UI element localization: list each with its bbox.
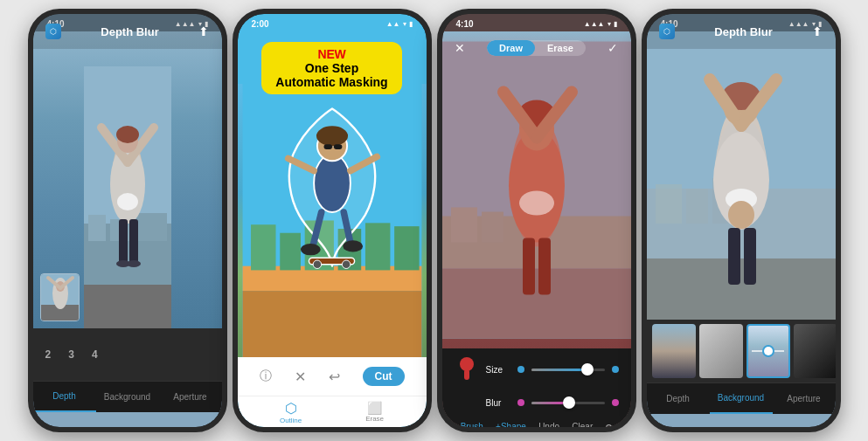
main-photo-4 <box>647 31 836 320</box>
screens-container: 4:10 ▲▲▲ ▾ ▮ ⬡ Depth Blur ⬆ <box>0 0 868 441</box>
bottom-tabs-1: Depth Background Aperture <box>33 381 222 412</box>
blur-end-dot <box>612 399 619 406</box>
cut-label: Cut <box>375 370 392 382</box>
app-icon-cube-4: ⬡ <box>663 27 670 36</box>
title-text-1: Depth Blur <box>101 25 158 38</box>
outline-icon: ⬡ <box>285 400 297 417</box>
tab-bg-label-4: Background <box>718 393 764 403</box>
new-badge-container: NEW One Step Automatic Masking <box>238 35 427 101</box>
main-photo-1 <box>33 31 222 328</box>
svg-point-34 <box>342 260 350 268</box>
skater-background <box>238 84 427 357</box>
status-bar-2: 2:00 ▲▲ ▾ ▮ <box>238 14 427 31</box>
undo-icon-2[interactable]: ↩ <box>329 369 340 385</box>
blur-slider-thumb[interactable] <box>563 396 575 409</box>
app-icon-4: ⬡ <box>659 24 675 39</box>
clear-action[interactable]: Clear <box>572 422 593 427</box>
status-bar-3: 4:10 ▲▲▲ ▾ ▮ <box>442 14 631 31</box>
close-btn-3[interactable]: ✕ <box>455 41 465 55</box>
draw-toggle[interactable]: Draw <box>487 40 535 56</box>
phone-screen-3: 4:10 ▲▲▲ ▾ ▮ ✕ Draw Erase ✓ <box>442 14 631 427</box>
outline-label: Outline <box>280 417 302 424</box>
wifi-icon-3: ▾ <box>608 20 611 28</box>
svg-rect-67 <box>656 184 682 224</box>
cut-button[interactable]: Cut <box>363 367 405 386</box>
phone-frame-2: 2:00 ▲▲ ▾ ▮ NEW One Step Automatic Maski… <box>233 9 432 432</box>
app-icon-cube-1: ⬡ <box>50 27 57 36</box>
subtitle-line1: One Step <box>275 61 387 75</box>
svg-point-45 <box>300 244 320 255</box>
screen3-controls: Size Blur <box>442 348 631 427</box>
thumbnail-mini-1[interactable] <box>40 273 80 321</box>
blur-label: Blur <box>486 398 510 408</box>
bottom-tabs-4: Depth Background Aperture <box>647 382 836 414</box>
brush-action[interactable]: Brush <box>461 422 483 427</box>
size-end-dot <box>612 366 619 373</box>
share-icon-4[interactable]: ⬆ <box>812 24 823 38</box>
phone-frame-1: 4:10 ▲▲▲ ▾ ▮ ⬡ Depth Blur ⬆ <box>28 9 227 432</box>
status-time-3: 4:10 <box>456 19 474 29</box>
outline-tool[interactable]: ⬡ Outline <box>280 400 302 424</box>
erase-tool[interactable]: ⬜ Erase <box>365 401 384 423</box>
tab-depth-label-4: Depth <box>666 394 690 403</box>
svg-rect-5 <box>84 285 171 328</box>
info-icon-2[interactable]: ⓘ <box>260 369 272 384</box>
size-slider-fill <box>531 369 583 371</box>
bg-thumb-blue-active[interactable] <box>746 324 790 378</box>
screen3-photo <box>442 31 631 348</box>
svg-rect-26 <box>251 224 275 270</box>
svg-rect-79 <box>728 228 740 285</box>
undo-action[interactable]: Undo <box>538 422 559 427</box>
signal-icon-3: ▲▲▲ <box>584 20 605 28</box>
tab-background-1[interactable]: Background <box>96 382 159 412</box>
phone-screen-2: 2:00 ▲▲ ▾ ▮ NEW One Step Automatic Maski… <box>238 14 427 427</box>
erase-label-2: Erase <box>365 415 384 423</box>
battery-icon-3: ▮ <box>614 20 617 28</box>
svg-rect-4 <box>136 213 167 241</box>
svg-point-61 <box>519 191 554 216</box>
status-time-2: 2:00 <box>252 19 269 29</box>
size-slider-thumb[interactable] <box>581 363 594 376</box>
size-label: Size <box>486 365 510 375</box>
bg-thumb-woman[interactable] <box>652 324 696 378</box>
tab-aperture-1[interactable]: Aperture <box>159 382 222 412</box>
new-label: NEW <box>275 47 387 61</box>
confirm-btn-3[interactable]: ✓ <box>608 41 618 55</box>
tab-aperture-4[interactable]: Aperture <box>773 383 836 414</box>
shape-action[interactable]: +Shape <box>496 422 526 427</box>
close-icon-2[interactable]: ✕ <box>295 369 306 385</box>
screen2-bottom-icons: ⬡ Outline ⬜ Erase <box>238 396 427 427</box>
subtitle-line2: Automatic Masking <box>275 75 387 89</box>
svg-rect-12 <box>119 219 128 263</box>
phone-frame-3: 4:10 ▲▲▲ ▾ ▮ ✕ Draw Erase ✓ <box>437 9 636 432</box>
tab-ap-label-1: Aperture <box>173 392 206 402</box>
wifi-icon-2: ▾ <box>403 20 406 28</box>
screen3-bg <box>442 31 631 348</box>
svg-rect-60 <box>442 42 631 339</box>
bg-thumb-gray[interactable] <box>699 324 743 378</box>
size-slider-track[interactable] <box>531 369 605 371</box>
help-icon-3[interactable]: ? <box>606 422 613 427</box>
phone-frame-4: 4:10 ▲▲▲ ▾ ▮ ⬡ Depth Blur ⬆ <box>642 9 841 432</box>
svg-point-62 <box>460 357 474 371</box>
share-icon-1[interactable]: ⬆ <box>198 24 209 38</box>
svg-point-37 <box>316 126 347 146</box>
svg-rect-2 <box>88 215 106 241</box>
tab-background-4[interactable]: Background <box>710 383 773 414</box>
tab-ap-label-4: Aperture <box>787 394 820 403</box>
svg-rect-66 <box>647 258 836 320</box>
svg-rect-38 <box>323 144 331 149</box>
svg-rect-13 <box>129 219 138 263</box>
tab-depth-1[interactable]: Depth <box>33 382 96 412</box>
signal-icon-2: ▲▲ <box>386 20 400 28</box>
erase-toggle[interactable]: Erase <box>535 40 586 56</box>
blur-slider-track[interactable] <box>531 402 605 404</box>
blur-dot <box>517 399 524 406</box>
thumbnail-row-1: 2 3 4 <box>33 328 222 381</box>
tab-depth-4[interactable]: Depth <box>647 383 710 414</box>
tab-depth-label-1: Depth <box>52 391 76 401</box>
bg-thumb-dark[interactable] <box>794 324 836 378</box>
app-icon-1: ⬡ <box>45 24 61 39</box>
bg-thumbs-row <box>647 320 836 382</box>
phone-screen-4: 4:10 ▲▲▲ ▾ ▮ ⬡ Depth Blur ⬆ <box>647 14 836 427</box>
